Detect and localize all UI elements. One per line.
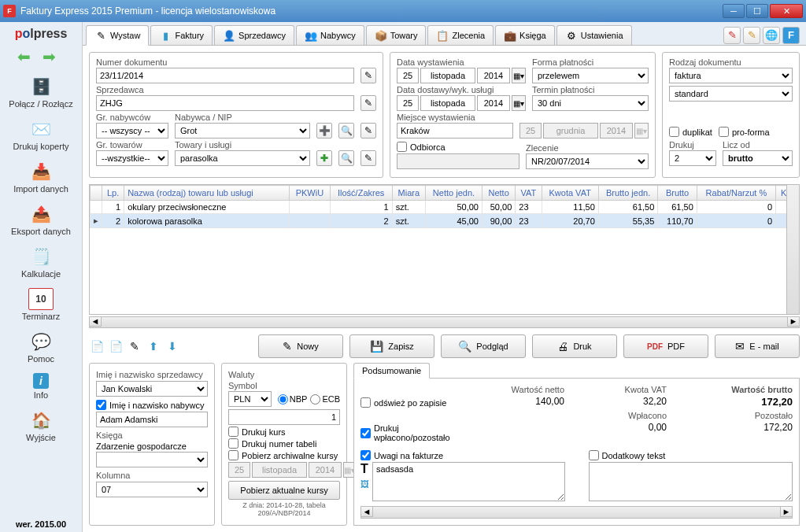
edit-icon: ✎ bbox=[94, 29, 107, 42]
drukuj-kurs-check[interactable] bbox=[228, 427, 238, 437]
pdf-button[interactable]: PDFPDF bbox=[623, 334, 708, 358]
nabywca-select[interactable]: Grot bbox=[175, 123, 310, 139]
rodzaj-2-select[interactable]: standard bbox=[669, 86, 793, 102]
towary-select[interactable]: parasolka bbox=[175, 150, 310, 166]
towary-add-icon[interactable]: ✚ bbox=[316, 150, 332, 166]
tab-ustawienia[interactable]: ⚙Ustawienia bbox=[556, 25, 632, 45]
termin-platnosci-select[interactable]: 30 dni bbox=[532, 95, 649, 111]
nabywca-search-icon[interactable]: 🔍 bbox=[338, 123, 354, 139]
miejsce-input[interactable] bbox=[397, 123, 513, 139]
dodatkowy-check[interactable] bbox=[589, 450, 599, 460]
sprzedawca-name-select[interactable]: Jan Kowalski bbox=[96, 381, 208, 397]
podglad-button[interactable]: 🔍Podgląd bbox=[441, 334, 526, 358]
pobierz-kursy-button[interactable]: Pobierz aktualne kursy bbox=[228, 481, 340, 500]
row-add-icon[interactable]: 📄 bbox=[89, 338, 105, 354]
towary-search-icon[interactable]: 🔍 bbox=[338, 150, 354, 166]
sidebar-item-export[interactable]: 📤Eksport danych bbox=[0, 198, 82, 241]
sidebar-item-exit[interactable]: 🏠Wyjście bbox=[0, 405, 82, 447]
forward-icon[interactable]: ➡ bbox=[43, 47, 65, 65]
drukuj-tabela-check[interactable] bbox=[228, 438, 238, 449]
image-icon[interactable]: 🖼 bbox=[360, 479, 369, 489]
numer-input[interactable] bbox=[96, 68, 354, 83]
back-icon[interactable]: ⬅ bbox=[17, 47, 39, 65]
row-up-icon[interactable]: ⬆ bbox=[146, 338, 161, 354]
data-dostawy-input[interactable]: ▦▾ bbox=[397, 95, 526, 111]
items-grid[interactable]: Lp.Nazwa (rodzaj) towaru lub usługiPKWiU… bbox=[89, 184, 800, 315]
zdarzenie-select[interactable] bbox=[96, 452, 208, 467]
forma-platnosci-select[interactable]: przelewem bbox=[532, 68, 649, 83]
uwagi-check[interactable] bbox=[360, 450, 371, 460]
gr-nabywcow-select[interactable]: -- wszyscy -- bbox=[96, 123, 168, 139]
symbol-select[interactable]: PLN bbox=[228, 391, 272, 407]
tab-zlecenia[interactable]: 📋Zlecenia bbox=[427, 25, 494, 45]
tab-sprzedawcy[interactable]: 👤Sprzedawcy bbox=[214, 25, 294, 45]
rodzaj-1-select[interactable]: faktura bbox=[669, 68, 793, 83]
nbp-radio[interactable] bbox=[278, 394, 288, 405]
row-down-icon[interactable]: ⬇ bbox=[165, 338, 180, 354]
liczod-select[interactable]: brutto bbox=[723, 150, 793, 166]
tab-wystaw[interactable]: ✎Wystaw bbox=[86, 25, 149, 46]
towary-edit-icon[interactable]: ✎ bbox=[360, 150, 376, 166]
row-del-icon[interactable]: 📄 bbox=[108, 338, 124, 354]
sidebar-item-calendar[interactable]: 10Terminarz bbox=[0, 283, 82, 326]
vscroll[interactable] bbox=[786, 185, 799, 314]
sidebar-item-info[interactable]: iInfo bbox=[0, 368, 82, 405]
email-button[interactable]: ✉E - mail bbox=[715, 334, 800, 358]
numer-edit-icon[interactable]: ✎ bbox=[360, 68, 376, 83]
table-row[interactable]: ▸2kolorowa parasolka2szt.45,0090,002320,… bbox=[91, 214, 799, 228]
tool-icon-2[interactable]: ✎ bbox=[743, 27, 760, 44]
calendar-icon[interactable]: ▦▾ bbox=[512, 95, 526, 111]
logo: polpress bbox=[15, 27, 68, 41]
zlecenie-select[interactable]: NR/20/07/2014 bbox=[526, 153, 649, 169]
data-grudnia-input: ▦▾ bbox=[519, 123, 649, 139]
maximize-button[interactable]: ☐ bbox=[746, 4, 768, 18]
tab-towary[interactable]: 📦Towary bbox=[366, 25, 427, 45]
sprzedawca-edit-icon[interactable]: ✎ bbox=[360, 95, 376, 111]
nabywca-name-check[interactable] bbox=[96, 400, 106, 410]
course-input[interactable] bbox=[228, 409, 340, 425]
tab-ksiega[interactable]: 💼Księga bbox=[495, 25, 555, 45]
sprzedawca-input[interactable] bbox=[96, 95, 354, 111]
druk-button[interactable]: 🖨Druk bbox=[532, 334, 617, 358]
proforma-check[interactable] bbox=[719, 127, 729, 137]
nowy-button[interactable]: ✎Nowy bbox=[258, 334, 343, 358]
ecb-radio[interactable] bbox=[310, 394, 320, 405]
sidebar-item-help[interactable]: 💬Pomoc bbox=[0, 326, 82, 368]
dodatkowy-textarea[interactable] bbox=[589, 462, 793, 501]
sidebar-item-connect[interactable]: 🗄️Połącz / Rozłącz bbox=[0, 71, 82, 113]
odswiez-check[interactable] bbox=[360, 397, 371, 408]
hscroll[interactable]: ◄► bbox=[89, 316, 800, 328]
gr-towarow-select[interactable]: --wszystkie-- bbox=[96, 150, 168, 166]
sidebar-item-calc[interactable]: 🗒️Kalkulacje bbox=[0, 241, 82, 283]
uwagi-textarea[interactable]: sadsasda bbox=[372, 462, 565, 501]
kolumna-select[interactable]: 07 bbox=[96, 482, 208, 497]
nabywca-add-icon[interactable]: ➕ bbox=[316, 123, 332, 139]
tab-nabywcy[interactable]: 👥Nabywcy bbox=[296, 25, 364, 45]
data-wystawienia-input[interactable]: ▦▾ bbox=[397, 68, 526, 83]
sum-hscroll[interactable]: ◄► bbox=[360, 506, 793, 519]
sidebar-item-import[interactable]: 📥Import danych bbox=[0, 156, 82, 198]
nabywca-edit-icon[interactable]: ✎ bbox=[360, 123, 376, 139]
tab-faktury[interactable]: ▮Faktury bbox=[150, 25, 213, 45]
calendar-icon: 10 bbox=[28, 288, 54, 310]
panel-names: Imię i nazwisko sprzedawcy Jan Kowalski … bbox=[89, 363, 215, 526]
archiwalne-check[interactable] bbox=[228, 450, 238, 460]
zapisz-button[interactable]: 💾Zapisz bbox=[349, 334, 434, 358]
titlebar: F Faktury Express 2015 Premium - licencj… bbox=[0, 0, 806, 22]
minimize-button[interactable]: ─ bbox=[723, 4, 745, 18]
nabywca-name-input[interactable] bbox=[96, 412, 208, 427]
globe-icon[interactable]: 🌐 bbox=[763, 27, 780, 44]
duplikat-check[interactable] bbox=[669, 127, 679, 137]
odbiorca-check[interactable] bbox=[397, 142, 407, 152]
drukuj-wplacono-check[interactable] bbox=[360, 428, 371, 438]
facebook-icon[interactable]: F bbox=[782, 27, 800, 44]
drukuj-select[interactable]: 2 bbox=[669, 150, 716, 166]
close-button[interactable]: ✕ bbox=[770, 4, 803, 18]
tool-icon-1[interactable]: ✎ bbox=[723, 27, 741, 44]
row-edit-icon[interactable]: ✎ bbox=[127, 338, 142, 354]
text-icon[interactable]: T bbox=[360, 462, 369, 476]
tab-podsumowanie[interactable]: Podsumowanie bbox=[353, 363, 430, 379]
table-row[interactable]: 1okulary przeciwsłoneczne1szt.50,0050,00… bbox=[91, 201, 799, 214]
sidebar-item-envelopes[interactable]: ✉️Drukuj koperty bbox=[0, 113, 82, 156]
calendar-icon[interactable]: ▦▾ bbox=[512, 68, 526, 83]
